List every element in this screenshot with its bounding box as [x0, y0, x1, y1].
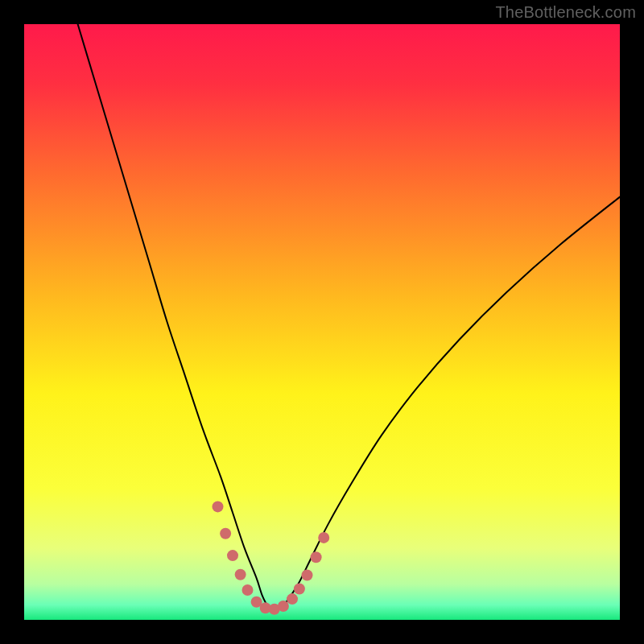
plot-area: [24, 24, 620, 620]
watermark-text: TheBottleneck.com: [495, 3, 636, 22]
chart-frame: TheBottleneck.com: [0, 0, 644, 644]
highlight-dot: [302, 570, 313, 581]
highlight-dot: [278, 601, 289, 612]
highlight-dot: [318, 532, 329, 543]
highlight-dot: [213, 501, 224, 512]
bottleneck-curve: [24, 24, 620, 620]
highlight-dot: [235, 569, 246, 580]
highlight-dot: [294, 584, 305, 595]
highlight-dot: [220, 528, 231, 539]
highlight-dot: [287, 593, 298, 605]
highlight-dot: [242, 584, 254, 596]
highlight-dot: [311, 551, 322, 563]
highlight-dot: [227, 550, 238, 561]
